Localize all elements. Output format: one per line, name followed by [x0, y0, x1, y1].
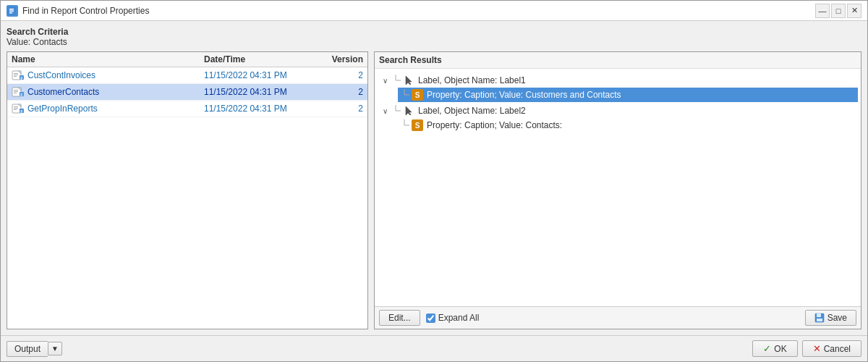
bottom-bar: Output ▼ ✓ OK ✕ Cancel — [1, 335, 867, 361]
window-icon — [7, 5, 18, 17]
form-icon-2: F — [12, 103, 25, 114]
header-name: Name — [12, 54, 204, 64]
expand-all-label[interactable]: Expand All — [426, 313, 480, 323]
window-controls: — □ ✕ — [815, 4, 861, 18]
form-icon-1: F — [12, 86, 25, 98]
svg-rect-20 — [14, 106, 18, 107]
form-icon-0: F — [12, 70, 25, 81]
svg-text:F: F — [20, 93, 23, 97]
s-icon-prop2: S — [411, 119, 424, 131]
ok-label: OK — [774, 344, 786, 354]
svg-rect-36 — [817, 313, 821, 317]
svg-rect-6 — [14, 73, 18, 74]
s-icon-prop1: S — [411, 89, 424, 101]
search-criteria-title: Search Criteria — [7, 27, 861, 37]
search-criteria-section: Search Criteria Value: Contacts — [7, 27, 861, 47]
window-content: Search Criteria Value: Contacts Name Dat… — [1, 21, 867, 335]
cancel-label: Cancel — [824, 344, 851, 354]
cursor-icon-label1 — [402, 75, 415, 86]
cancel-button[interactable]: ✕ Cancel — [802, 340, 861, 357]
row-version-2: 2 — [320, 104, 363, 114]
output-button-group: Output ▼ — [7, 341, 62, 357]
cancel-x-icon: ✕ — [813, 343, 821, 354]
minimize-button[interactable]: — — [815, 4, 830, 18]
output-dropdown-button[interactable]: ▼ — [48, 342, 62, 355]
tree-children-label1: S Property: Caption; Value: Customers an… — [398, 88, 858, 102]
row-name-1: CustomerContacts — [27, 87, 204, 97]
tree-prop2-text: Property: Caption; Value: Contacts: — [427, 120, 562, 130]
close-button[interactable]: ✕ — [847, 4, 861, 18]
ok-check-icon: ✓ — [763, 343, 771, 354]
tree-row-prop2[interactable]: S Property: Caption; Value: Contacts: — [398, 118, 858, 132]
cursor-icon-label2 — [402, 105, 415, 117]
svg-rect-3 — [9, 12, 12, 14]
row-name-0: CustContInvoices — [27, 70, 204, 80]
svg-rect-7 — [14, 75, 18, 75]
svg-rect-21 — [14, 108, 18, 109]
tree-row-label1[interactable]: ∨ Label, Object Name: Label1 — [378, 73, 858, 88]
tree-connector-1 — [391, 105, 401, 117]
expand-all-text: Expand All — [438, 313, 480, 323]
expand-icon-label1[interactable]: ∨ — [379, 75, 391, 86]
expand-all-checkbox[interactable] — [426, 313, 435, 323]
tree-row-prop1[interactable]: S Property: Caption; Value: Customers an… — [398, 88, 858, 102]
main-window: Find in Report Control Properties — □ ✕ … — [0, 0, 868, 362]
search-criteria-value: Value: Contacts — [7, 37, 861, 47]
header-datetime: Date/Time — [204, 54, 320, 64]
tree-label1-text: Label, Object Name: Label1 — [418, 75, 526, 85]
svg-rect-13 — [14, 90, 18, 90]
row-datetime-2: 11/15/2022 04:31 PM — [204, 104, 320, 114]
header-version: Version — [320, 54, 363, 64]
search-results-footer: Edit... Expand All Save — [375, 306, 861, 329]
row-version-0: 2 — [320, 70, 363, 80]
form-list-row[interactable]: F CustContInvoices 11/15/2022 04:31 PM 2 — [7, 67, 367, 84]
tree-connector-prop1 — [399, 89, 409, 101]
form-list-panel: Name Date/Time Version — [7, 51, 368, 329]
search-results-body: ∨ Label, Object Name: Label1 — [375, 69, 861, 306]
tree-item-label1: ∨ Label, Object Name: Label1 — [378, 73, 858, 102]
svg-text:F: F — [20, 76, 23, 80]
tree-label2-text: Label, Object Name: Label2 — [418, 106, 526, 116]
svg-rect-14 — [14, 91, 18, 92]
window-title: Find in Report Control Properties — [22, 6, 149, 16]
svg-rect-22 — [14, 109, 17, 110]
title-bar: Find in Report Control Properties — □ ✕ — [1, 1, 867, 21]
tree-connector-0 — [391, 75, 401, 86]
save-label: Save — [827, 313, 847, 323]
save-icon — [814, 313, 825, 323]
bottom-right-buttons: ✓ OK ✕ Cancel — [752, 340, 861, 357]
svg-rect-8 — [14, 76, 17, 77]
tree-row-label2[interactable]: ∨ Label, Object Name: Label2 — [378, 104, 858, 118]
tree-item-label2: ∨ Label, Object Name: Label2 — [378, 104, 858, 132]
svg-rect-15 — [14, 93, 17, 93]
save-button[interactable]: Save — [805, 310, 856, 326]
ok-button[interactable]: ✓ OK — [752, 340, 797, 357]
search-results-panel: Search Results ∨ — [374, 51, 861, 329]
row-version-1: 2 — [320, 87, 363, 97]
tree-connector-prop2 — [399, 119, 409, 131]
tree-children-label2: S Property: Caption; Value: Contacts: — [398, 118, 858, 132]
svg-rect-37 — [817, 319, 822, 321]
form-list-row[interactable]: F CustomerContacts 11/15/2022 04:31 PM 2 — [7, 84, 367, 101]
row-datetime-1: 11/15/2022 04:31 PM — [204, 87, 320, 97]
svg-marker-32 — [406, 106, 412, 115]
tree-prop1-text: Property: Caption; Value: Customers and … — [427, 90, 621, 100]
svg-rect-1 — [9, 9, 14, 10]
row-name-2: GetPropInReports — [27, 104, 204, 114]
expand-icon-label2[interactable]: ∨ — [379, 105, 391, 117]
form-list-row[interactable]: F GetPropInReports 11/15/2022 04:31 PM 2 — [7, 101, 367, 117]
svg-marker-27 — [406, 76, 412, 85]
output-button[interactable]: Output — [7, 341, 48, 357]
edit-button[interactable]: Edit... — [379, 310, 420, 326]
row-datetime-0: 11/15/2022 04:31 PM — [204, 70, 320, 80]
form-list-header: Name Date/Time Version — [7, 52, 367, 67]
form-list-body: F CustContInvoices 11/15/2022 04:31 PM 2 — [7, 67, 367, 329]
main-panels: Name Date/Time Version — [7, 51, 861, 329]
search-results-title: Search Results — [375, 52, 861, 69]
svg-text:F: F — [20, 109, 23, 114]
svg-rect-2 — [9, 10, 14, 12]
maximize-button[interactable]: □ — [831, 4, 846, 18]
